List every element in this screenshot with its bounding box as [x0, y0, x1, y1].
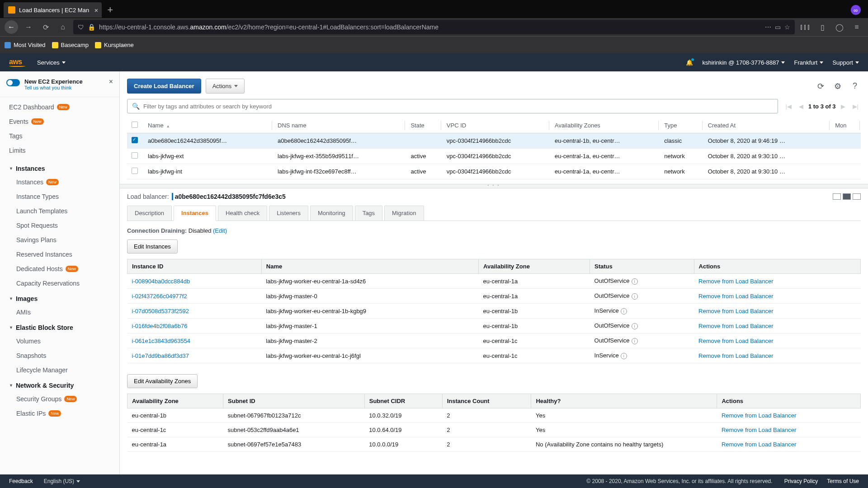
pager-last-icon[interactable]: ▶|: [850, 102, 861, 111]
banner-feedback-link[interactable]: Tell us what you think: [24, 85, 83, 90]
sidebar-item-dedicated-hosts[interactable]: Dedicated HostsNew: [0, 262, 119, 276]
info-icon[interactable]: i: [632, 293, 638, 300]
sidebar-item-elastic-ips[interactable]: Elastic IPsNew: [0, 406, 119, 421]
aws-logo[interactable]: aws: [9, 58, 25, 67]
sidebar-item-tags[interactable]: Tags: [0, 129, 119, 143]
pager-prev-icon[interactable]: ◀: [797, 102, 806, 111]
back-button[interactable]: ←: [5, 20, 18, 34]
info-icon[interactable]: i: [632, 323, 638, 329]
sidebar-item-capacity-reservations[interactable]: Capacity Reservations: [0, 276, 119, 291]
new-tab-button[interactable]: +: [107, 4, 113, 16]
lb-column-header[interactable]: VPC ID: [442, 118, 550, 133]
banner-close-icon[interactable]: ×: [109, 78, 113, 86]
edit-az-button[interactable]: Edit Availability Zones: [127, 374, 198, 388]
pager-first-icon[interactable]: |◀: [783, 102, 794, 111]
sidebar-item-launch-templates[interactable]: Launch Templates: [0, 204, 119, 218]
edit-connection-draining-link[interactable]: (Edit): [213, 227, 227, 234]
tab-migration[interactable]: Migration: [384, 206, 424, 221]
sidebar-item-security-groups[interactable]: Security GroupsNew: [0, 392, 119, 406]
remove-instance-link[interactable]: Remove from Load Balancer: [698, 308, 773, 314]
refresh-icon[interactable]: ⟳: [815, 80, 826, 92]
remove-instance-link[interactable]: Remove from Load Balancer: [698, 323, 773, 329]
sidebar-item-events[interactable]: EventsNew: [0, 114, 119, 129]
tab-description[interactable]: Description: [127, 206, 172, 221]
lb-column-header[interactable]: DNS name: [273, 118, 406, 133]
sidebar-item-limits[interactable]: Limits: [0, 143, 119, 158]
sidebar-item-instances[interactable]: InstancesNew: [0, 175, 119, 189]
lb-column-header[interactable]: Created At: [703, 118, 831, 133]
sidebar-item-instance-types[interactable]: Instance Types: [0, 189, 119, 204]
terms-of-use-link[interactable]: Terms of Use: [827, 478, 859, 484]
info-icon[interactable]: i: [621, 353, 627, 359]
instance-id-link[interactable]: i-01e7dd9ba86df3d37: [132, 352, 189, 359]
menu-icon[interactable]: ≡: [850, 20, 863, 34]
remove-instance-link[interactable]: Remove from Load Balancer: [698, 338, 773, 344]
tab-instances[interactable]: Instances: [174, 206, 216, 221]
feedback-link[interactable]: Feedback: [9, 478, 33, 484]
row-checkbox[interactable]: [132, 137, 138, 143]
remove-az-link[interactable]: Remove from Load Balancer: [722, 412, 796, 419]
remove-instance-link[interactable]: Remove from Load Balancer: [698, 293, 773, 300]
tab-tags[interactable]: Tags: [355, 206, 382, 221]
account-icon[interactable]: ◯: [833, 20, 846, 34]
info-icon[interactable]: i: [632, 338, 638, 344]
instance-id-link[interactable]: i-061e1c3843d963554: [132, 338, 190, 344]
new-experience-toggle[interactable]: [6, 79, 20, 86]
lb-row[interactable]: labs-jkfwg-ext labs-jkfwg-ext-355b59d951…: [127, 149, 861, 164]
browser-tab[interactable]: Load Balancers | EC2 Man ×: [4, 2, 102, 18]
panel-splitter[interactable]: [120, 184, 868, 188]
lb-filter-box[interactable]: 🔍: [127, 99, 778, 113]
sidebar-group-network-security[interactable]: Network & Security: [0, 377, 119, 392]
sidebar-group-images[interactable]: Images: [0, 291, 119, 305]
lb-row[interactable]: labs-jkfwg-int labs-jkfwg-int-f32ce697ec…: [127, 164, 861, 179]
row-checkbox[interactable]: [132, 152, 138, 159]
reload-button[interactable]: ⟳: [39, 20, 52, 34]
sidebar-item-snapshots[interactable]: Snapshots: [0, 348, 119, 363]
notifications-bell[interactable]: 🔔: [686, 59, 693, 66]
lb-column-header[interactable]: Mon: [830, 118, 861, 133]
sidebar-group-instances[interactable]: Instances: [0, 160, 119, 175]
instance-id-link[interactable]: i-016fde4b2f08a6b76: [132, 323, 188, 329]
actions-button[interactable]: Actions: [206, 79, 245, 94]
sidebar-group-ebs[interactable]: Elastic Block Store: [0, 319, 119, 334]
sidebar-item-savings-plans[interactable]: Savings Plans: [0, 233, 119, 247]
pocket-icon[interactable]: ▭: [775, 23, 781, 31]
info-icon[interactable]: i: [632, 278, 638, 285]
library-icon[interactable]: ⫿⫿⫿: [798, 20, 812, 34]
language-selector[interactable]: English (US): [44, 478, 80, 484]
sidebar-item-amis[interactable]: AMIs: [0, 305, 119, 319]
lb-column-header[interactable]: State: [406, 118, 442, 133]
lb-row[interactable]: a0be680ec162442d385095f… a0be680ec162442…: [127, 133, 861, 149]
services-menu[interactable]: Services: [37, 59, 66, 66]
instance-id-link[interactable]: i-008904ba0dcc884db: [132, 278, 190, 285]
lb-column-header[interactable]: Availability Zones: [550, 118, 660, 133]
home-button[interactable]: ⌂: [56, 20, 70, 34]
lb-column-header[interactable]: Name: [143, 118, 273, 133]
tab-close-icon[interactable]: ×: [94, 6, 98, 14]
region-menu[interactable]: Frankfurt: [794, 59, 823, 66]
url-actions-icon[interactable]: ⋯: [765, 23, 771, 31]
instance-id-link[interactable]: i-07d0508d5373f2592: [132, 308, 189, 314]
row-checkbox[interactable]: [132, 168, 138, 174]
lb-filter-input[interactable]: [143, 103, 773, 110]
create-load-balancer-button[interactable]: Create Load Balancer: [127, 79, 201, 94]
view-toggle-2[interactable]: [843, 193, 851, 200]
help-icon[interactable]: ?: [849, 80, 861, 92]
tab-listeners[interactable]: Listeners: [269, 206, 308, 221]
url-bar[interactable]: 🛡 🔒 https://eu-central-1.console.aws.ama…: [73, 20, 795, 34]
sidebar-item-ec2-dashboard[interactable]: EC2 DashboardNew: [0, 100, 119, 114]
view-toggle-1[interactable]: [833, 193, 841, 200]
remove-instance-link[interactable]: Remove from Load Balancer: [698, 278, 773, 285]
tab-health check[interactable]: Health check: [218, 206, 267, 221]
remove-instance-link[interactable]: Remove from Load Balancer: [698, 352, 773, 359]
settings-gear-icon[interactable]: ⚙: [832, 80, 844, 92]
bookmark-kursplaene[interactable]: Kursplaene: [95, 42, 134, 48]
instance-id-link[interactable]: i-02f437266c04977f2: [132, 293, 187, 300]
select-all-checkbox[interactable]: [132, 122, 138, 128]
account-menu[interactable]: kshirinkin @ 1708-3776-8887: [702, 59, 785, 66]
sidebar-item-volumes[interactable]: Volumes: [0, 334, 119, 348]
view-toggle-3[interactable]: [853, 193, 861, 200]
privacy-policy-link[interactable]: Privacy Policy: [784, 478, 818, 484]
sidebar-item-reserved-instances[interactable]: Reserved Instances: [0, 247, 119, 262]
firefox-profile-icon[interactable]: ∞: [851, 5, 861, 15]
